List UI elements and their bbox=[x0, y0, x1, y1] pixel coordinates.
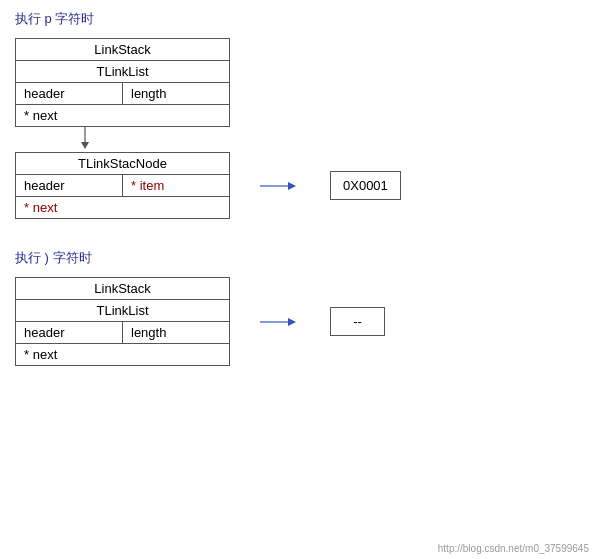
tlinklist-row1-2: header length bbox=[16, 322, 229, 344]
tlinklist-row1-1: header length bbox=[16, 83, 229, 105]
svg-marker-1 bbox=[81, 142, 89, 149]
section2: 执行 ) 字符时 LinkStack TLinkList header leng… bbox=[15, 249, 584, 366]
address-box-2: -- bbox=[330, 307, 385, 336]
tlinklist-row2-2: * next bbox=[16, 344, 229, 365]
section1: 执行 p 字符时 LinkStack TLinkList header leng… bbox=[15, 10, 584, 219]
tlinklist-row2-1: * next bbox=[16, 105, 229, 126]
arrow-right-2 bbox=[260, 312, 300, 332]
address-box-1: 0X0001 bbox=[330, 171, 401, 200]
arrow-down-1 bbox=[75, 127, 155, 152]
address-value-1: 0X0001 bbox=[331, 172, 400, 199]
header-cell-2: header bbox=[16, 322, 123, 343]
tlinkstacnode-title: TLinkStacNode bbox=[16, 153, 229, 175]
tlinklist-title-2: TLinkList bbox=[16, 300, 229, 322]
address-value-2: -- bbox=[331, 308, 384, 335]
tlinkstacnode-item: * item bbox=[123, 175, 229, 196]
next-cell-1: * next bbox=[16, 105, 229, 126]
tlinkstacnode-next: * next bbox=[16, 197, 229, 218]
linkstack-box-1: LinkStack TLinkList header length * next bbox=[15, 38, 230, 127]
length-cell-2: length bbox=[123, 322, 229, 343]
tlinkstacnode-box: TLinkStacNode header * item * next bbox=[15, 152, 230, 219]
svg-marker-5 bbox=[288, 318, 296, 326]
arrow-right-1 bbox=[260, 176, 300, 196]
tlinklist-title-1: TLinkList bbox=[16, 61, 229, 83]
tlinkstacnode-header: header bbox=[16, 175, 123, 196]
section1-title: 执行 p 字符时 bbox=[15, 10, 584, 28]
tlinkstacnode-row1: header * item bbox=[16, 175, 229, 197]
tlinkstacnode-row2: * next bbox=[16, 197, 229, 218]
svg-marker-3 bbox=[288, 182, 296, 190]
section2-title: 执行 ) 字符时 bbox=[15, 249, 584, 267]
header-cell-1: header bbox=[16, 83, 123, 104]
linkstack-title-1: LinkStack bbox=[16, 39, 229, 61]
linkstack-title-2: LinkStack bbox=[16, 278, 229, 300]
watermark: http://blog.csdn.net/m0_37599645 bbox=[438, 543, 589, 554]
next-cell-2: * next bbox=[16, 344, 229, 365]
linkstack-box-2: LinkStack TLinkList header length * next bbox=[15, 277, 230, 366]
length-cell-1: length bbox=[123, 83, 229, 104]
